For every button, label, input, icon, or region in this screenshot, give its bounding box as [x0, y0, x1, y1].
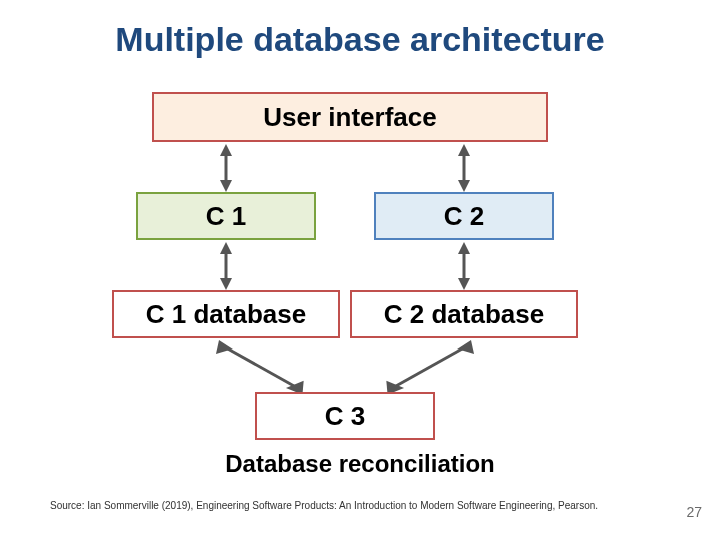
svg-marker-7	[220, 242, 232, 254]
box-c1: C 1	[136, 192, 316, 240]
arrow-ui-c1	[216, 144, 236, 192]
source-citation: Source: Ian Sommerville (2019), Engineer…	[50, 500, 650, 511]
box-c2: C 2	[374, 192, 554, 240]
box-c1-database-label: C 1 database	[146, 299, 306, 330]
box-c1-label: C 1	[206, 201, 246, 232]
box-c2-database-label: C 2 database	[384, 299, 544, 330]
slide: Multiple database architecture User inte…	[0, 0, 720, 540]
slide-title-text: Multiple database architecture	[115, 20, 604, 58]
box-c2-label: C 2	[444, 201, 484, 232]
page-number: 27	[686, 504, 702, 520]
arrow-c2-db2	[454, 242, 474, 290]
arrow-c1-db1	[216, 242, 236, 290]
svg-marker-1	[220, 144, 232, 156]
source-citation-text: Source: Ian Sommerville (2019), Engineer…	[50, 500, 598, 511]
page-number-text: 27	[686, 504, 702, 520]
arrow-db2-c3	[384, 340, 474, 394]
box-c2-database: C 2 database	[350, 290, 578, 338]
slide-title: Multiple database architecture	[0, 20, 720, 59]
diagram-caption-text: Database reconciliation	[225, 450, 494, 477]
svg-marker-8	[220, 278, 232, 290]
diagram-caption: Database reconciliation	[0, 450, 720, 478]
box-user-interface: User interface	[152, 92, 548, 142]
svg-marker-4	[458, 144, 470, 156]
svg-line-15	[396, 348, 464, 386]
svg-marker-10	[458, 242, 470, 254]
box-c3: C 3	[255, 392, 435, 440]
svg-line-12	[226, 348, 294, 386]
box-c1-database: C 1 database	[112, 290, 340, 338]
arrow-ui-c2	[454, 144, 474, 192]
svg-marker-5	[458, 180, 470, 192]
svg-marker-2	[220, 180, 232, 192]
arrow-db1-c3	[216, 340, 306, 394]
box-user-interface-label: User interface	[263, 102, 436, 133]
box-c3-label: C 3	[325, 401, 365, 432]
svg-marker-11	[458, 278, 470, 290]
